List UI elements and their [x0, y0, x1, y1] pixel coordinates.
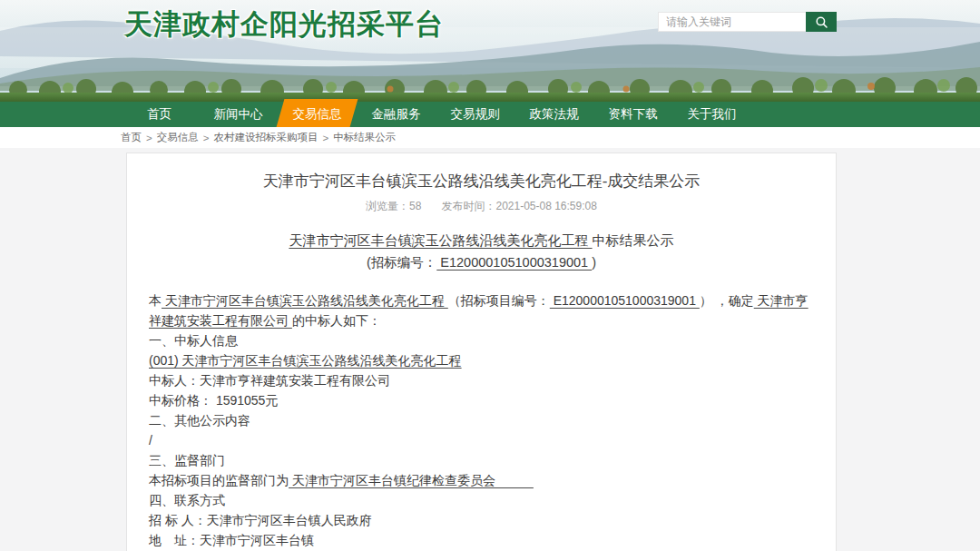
text-segment: 二、其他公示内容: [149, 413, 250, 428]
search-bar: [658, 12, 837, 32]
main-area: 天津市宁河区丰台镇滨玉公路线沿线美化亮化工程-成交结果公示 浏览量：58发布时间…: [0, 148, 980, 551]
text-segment: (001) 天津市宁河区丰台镇滨玉公路线沿线美化亮化工程: [149, 353, 462, 368]
subtitle-line-2: (招标编号： E1200001051000319001 ): [149, 251, 814, 273]
body-line: 中标人：天津市亨祥建筑安装工程有限公司: [149, 370, 814, 390]
nav-item-trade-rules[interactable]: 交易规则: [436, 102, 514, 127]
text-segment: 地 址：天津市宁河区丰台镇: [149, 533, 314, 547]
search-button[interactable]: [806, 12, 837, 32]
text-segment: 一、中标人信息: [149, 333, 238, 348]
nav-item-finance[interactable]: 金融服务: [357, 102, 436, 127]
body-line: 三、监督部门: [149, 450, 814, 470]
body-line: /: [149, 430, 814, 450]
text-segment: 本: [149, 293, 162, 308]
nav-item-label: 资料下载: [609, 107, 658, 121]
breadcrumb-separator: >: [203, 133, 210, 143]
text-segment: 四、联系方式: [149, 493, 225, 507]
views-label: 浏览量：: [366, 200, 409, 212]
site-title: 天津政村企阳光招采平台: [124, 5, 444, 44]
body-line: 地 址：天津市宁河区丰台镇: [149, 530, 814, 550]
breadcrumb-item-current: 中标结果公示: [333, 131, 396, 144]
body-line: 本招标项目的监督部门为 天津市宁河区丰台镇纪律检查委员会: [149, 470, 814, 490]
text-segment: 中标价格： 1591055元: [149, 393, 278, 408]
text-segment: ） ，确定: [700, 293, 754, 308]
subtitle-line-1: 天津市宁河区丰台镇滨玉公路线沿线美化亮化工程 中标结果公示: [149, 230, 814, 251]
breadcrumb-separator: >: [322, 133, 328, 143]
text-segment: 本招标项目的监督部门为: [149, 473, 289, 487]
breadcrumb-item-home[interactable]: 首页: [121, 131, 142, 144]
search-icon: [815, 15, 828, 29]
body-line: (001) 天津市宁河区丰台镇滨玉公路线沿线美化亮化工程: [149, 350, 814, 370]
content-card: 天津市宁河区丰台镇滨玉公路线沿线美化亮化工程-成交结果公示 浏览量：58发布时间…: [126, 153, 837, 551]
main-nav: 首页 新闻中心 交易信息 金融服务 交易规则 政策法规 资料下载 关于我们: [0, 102, 980, 127]
publish-time: 2021-05-08 16:59:08: [495, 200, 596, 212]
nav-item-downloads[interactable]: 资料下载: [593, 102, 672, 127]
nav-item-label: 交易规则: [451, 107, 500, 121]
text-segment: /: [149, 433, 152, 448]
views-count: 58: [409, 200, 421, 212]
nav-item-label: 关于我们: [688, 107, 737, 121]
nav-item-policy[interactable]: 政策法规: [514, 102, 593, 127]
body-line: 招 标 人：天津市宁河区丰台镇人民政府: [149, 510, 814, 530]
breadcrumb-item-rural-projects[interactable]: 农村建设招标采购项目: [213, 131, 318, 144]
notice-subtitle: 天津市宁河区丰台镇滨玉公路线沿线美化亮化工程 中标结果公示 (招标编号： E12…: [149, 230, 814, 273]
publish-label: 发布时间：: [441, 200, 495, 212]
nav-item-label: 金融服务: [372, 107, 421, 121]
text-segment: 中标人：天津市亨祥建筑安装工程有限公司: [149, 373, 390, 388]
nav-item-label: 交易信息: [293, 107, 342, 121]
text-segment: 天津市宁河区丰台镇滨玉公路线沿线美化亮化工程: [289, 232, 592, 248]
body-line: 中标价格： 1591055元: [149, 390, 814, 410]
breadcrumb-item-trade-info[interactable]: 交易信息: [157, 131, 199, 144]
nav-item-about[interactable]: 关于我们: [672, 102, 751, 127]
text-segment: 招 标 人：天津市宁河区丰台镇人民政府: [149, 513, 372, 527]
article-title: 天津市宁河区丰台镇滨玉公路线沿线美化亮化工程-成交结果公示: [149, 171, 814, 192]
text-segment: 的中标人如下：: [292, 313, 381, 328]
text-segment: 天津市宁河区丰台镇滨玉公路线沿线美化亮化工程: [162, 293, 448, 308]
nav-item-label: 新闻中心: [214, 107, 263, 121]
text-segment: 天津市宁河区丰台镇纪律检查委员会: [289, 473, 534, 487]
article-body: 本 天津市宁河区丰台镇滨玉公路线沿线美化亮化工程 （招标项目编号： E12000…: [149, 290, 814, 550]
nav-item-home[interactable]: 首页: [120, 102, 199, 127]
breadcrumb: 首页 > 交易信息 > 农村建设招标采购项目 > 中标结果公示: [0, 127, 980, 148]
text-segment: ): [592, 255, 596, 270]
article-meta: 浏览量：58发布时间：2021-05-08 16:59:08: [149, 199, 814, 213]
text-segment: E1200001051000319001: [550, 293, 700, 308]
body-line: 四、联系方式: [149, 490, 814, 510]
text-segment: （招标项目编号：: [448, 293, 550, 308]
text-segment: (招标编号：: [367, 255, 436, 270]
text-segment: 三、监督部门: [149, 453, 225, 467]
body-line: 二、其他公示内容: [149, 410, 814, 430]
nav-item-label: 首页: [147, 107, 172, 121]
nav-item-label: 政策法规: [530, 107, 579, 121]
nav-item-trade-info[interactable]: 交易信息: [278, 102, 357, 127]
hero-banner: 天津政村企阳光招采平台: [0, 0, 980, 102]
text-segment: 中标结果公示: [593, 232, 674, 248]
nav-item-news[interactable]: 新闻中心: [199, 102, 278, 127]
body-line: 本 天津市宁河区丰台镇滨玉公路线沿线美化亮化工程 （招标项目编号： E12000…: [149, 290, 814, 330]
text-segment: E1200001051000319001: [436, 255, 592, 270]
search-input[interactable]: [658, 12, 806, 32]
body-line: 一、中标人信息: [149, 330, 814, 350]
breadcrumb-separator: >: [146, 133, 152, 143]
